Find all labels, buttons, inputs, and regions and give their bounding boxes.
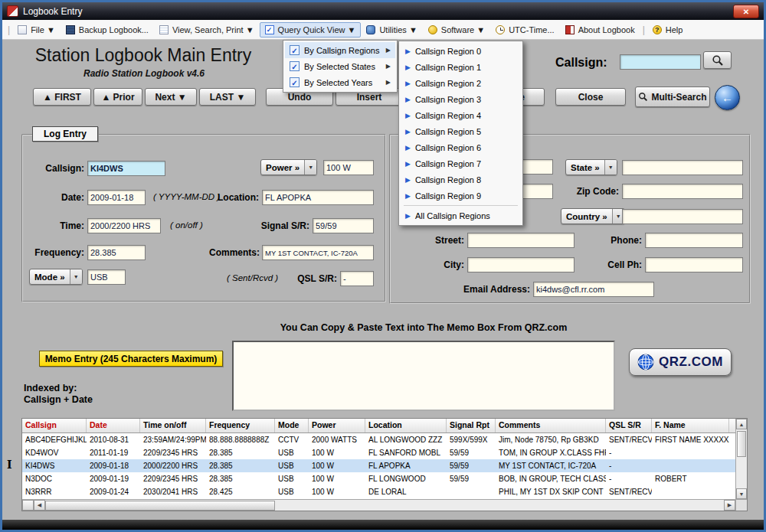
- callsign-search-input[interactable]: [620, 54, 701, 70]
- mode-input[interactable]: [87, 269, 126, 285]
- menubar-item-file[interactable]: File ▼: [12, 22, 61, 38]
- next-record-button[interactable]: Next ▼: [145, 88, 197, 106]
- column-header-location[interactable]: Location: [365, 419, 447, 432]
- submenu-arrow-icon: ▶: [386, 47, 391, 54]
- column-header-power[interactable]: Power: [309, 419, 365, 432]
- close-record-button[interactable]: Close: [555, 88, 626, 106]
- table-row[interactable]: KI4DWS2009-01-182000/2200 HRS28.385USB10…: [22, 459, 747, 472]
- submenu-item-callsign-region-0[interactable]: ▶Callsign Region 0: [401, 43, 521, 59]
- play-icon: ▶: [405, 80, 411, 87]
- submenu-item-callsign-region-5[interactable]: ▶Callsign Region 5: [401, 123, 521, 139]
- callsign-input[interactable]: [87, 161, 165, 176]
- column-header-mode[interactable]: Mode: [275, 419, 309, 432]
- signal-input[interactable]: [313, 218, 374, 233]
- column-header-date[interactable]: Date: [87, 419, 140, 432]
- location-input[interactable]: [262, 190, 374, 205]
- page-title: Station Logbook Main Entry: [30, 45, 257, 66]
- state-input[interactable]: [622, 160, 743, 175]
- memo-input[interactable]: [232, 341, 615, 411]
- comments-input[interactable]: [262, 245, 374, 260]
- time-input[interactable]: [87, 218, 161, 233]
- callsign-search-button[interactable]: [703, 51, 732, 69]
- column-header-qsl-s-r[interactable]: QSL S/R: [606, 419, 652, 432]
- submenu-item-callsign-region-1[interactable]: ▶Callsign Region 1: [401, 59, 521, 75]
- submenu-item-callsign-region-8[interactable]: ▶Callsign Region 8: [401, 171, 521, 188]
- scroll-up-icon[interactable]: ▲: [736, 419, 747, 429]
- memo-entry-label: Memo Entry (245 Characters Maximum): [39, 351, 223, 367]
- submenu-item-callsign-region-2[interactable]: ▶Callsign Region 2: [401, 75, 521, 91]
- city-input[interactable]: [467, 257, 574, 273]
- close-window-button[interactable]: ✕: [733, 5, 759, 18]
- time-hint: ( on/off ): [170, 220, 203, 230]
- menubar-item-software[interactable]: Software ▼: [423, 22, 490, 38]
- menubar-item-about-logbook[interactable]: About Logbook: [560, 22, 640, 38]
- table-row[interactable]: ABC4DEFGHIJKL2010-08-3123:59AM/24:99PM88…: [22, 433, 747, 446]
- horizontal-scrollbar[interactable]: ◀ ▶: [22, 499, 735, 511]
- table-row[interactable]: KD4WOV2011-01-192209/2345 HRS28.385USB10…: [22, 446, 747, 459]
- menubar-item-utilities[interactable]: Utilities ▼: [361, 22, 422, 38]
- country-dropdown[interactable]: Country » ▼: [561, 208, 625, 224]
- scroll-down-icon[interactable]: ▼: [736, 488, 747, 499]
- scroll-right-icon[interactable]: ▶: [724, 500, 735, 511]
- scroll-left-icon[interactable]: ◀: [34, 500, 45, 511]
- submenu-item-callsign-region-9[interactable]: ▶Callsign Region 9: [401, 188, 521, 204]
- query-menu-item-by-selected-years[interactable]: ✓By Selected Years▶: [285, 74, 395, 90]
- street-input[interactable]: [467, 233, 574, 248]
- city-label: City:: [412, 259, 464, 270]
- back-button[interactable]: ←: [715, 85, 740, 110]
- submenu-item-all-callsign-regions[interactable]: ▶All Callsign Regions: [401, 207, 521, 224]
- column-header-frequency[interactable]: Frequency: [206, 419, 275, 432]
- query-menu-item-by-selected-states[interactable]: ✓By Selected States▶: [285, 58, 395, 74]
- query-menu-item-by-callsign-regions[interactable]: ✓By Callsign Regions▶: [285, 42, 395, 58]
- prior-record-button[interactable]: ▲ Prior: [93, 88, 142, 106]
- qrz-button[interactable]: QRZ.COM: [629, 348, 732, 376]
- menubar-item-query-quick-view[interactable]: ✓Query Quick View ▼: [260, 22, 362, 38]
- vertical-scroll-thumb[interactable]: [737, 431, 746, 457]
- view-search-print-icon: [159, 25, 169, 34]
- last-record-button[interactable]: LAST ▼: [199, 88, 256, 106]
- table-row[interactable]: N3RRR2009-01-242030/2041 HRS28.425USB100…: [22, 485, 747, 498]
- phone-label: Phone:: [584, 235, 642, 246]
- power-dropdown[interactable]: Power » ▼: [260, 159, 317, 175]
- qsl-label: QSL S/R:: [293, 273, 337, 284]
- state-dropdown[interactable]: State » ▼: [565, 159, 617, 175]
- column-header-signal-rpt[interactable]: Signal Rpt: [447, 419, 496, 432]
- phone-input[interactable]: [645, 233, 743, 248]
- submenu-item-callsign-region-3[interactable]: ▶Callsign Region 3: [401, 91, 521, 107]
- log-entry-group-label: Log Entry: [32, 126, 98, 142]
- vertical-scrollbar[interactable]: ▲ ▼: [735, 419, 747, 499]
- menubar-item-help[interactable]: ?Help: [647, 22, 689, 38]
- horizontal-scroll-thumb[interactable]: [45, 501, 275, 511]
- country-dropdown-label: Country »: [561, 209, 612, 224]
- callsign-search-label: Callsign:: [555, 56, 607, 70]
- email-input[interactable]: [533, 282, 654, 297]
- date-input[interactable]: [87, 190, 146, 205]
- column-header-callsign[interactable]: Callsign: [22, 419, 87, 432]
- power-input[interactable]: [323, 160, 374, 175]
- column-header-comments[interactable]: Comments: [496, 419, 606, 432]
- mode-dropdown[interactable]: Mode » ▼: [29, 269, 83, 285]
- cell-phone-input[interactable]: [645, 257, 743, 273]
- qsl-input[interactable]: [340, 271, 374, 286]
- zip-code-input[interactable]: [622, 184, 743, 199]
- log-table: CallsignDateTime on/offFrequencyModePowe…: [21, 418, 748, 511]
- country-input[interactable]: [622, 209, 743, 224]
- table-row[interactable]: N3DOC2009-01-192209/2345 HRS28.385USB100…: [22, 472, 747, 485]
- submenu-item-callsign-region-4[interactable]: ▶Callsign Region 4: [401, 107, 521, 123]
- software-icon: [428, 25, 437, 34]
- callsign-label: Callsign:: [28, 163, 84, 174]
- titlebar[interactable]: Logbook Entry ✕: [2, 2, 764, 20]
- column-header-f-name[interactable]: F. Name: [652, 419, 729, 432]
- column-header-time-on-off[interactable]: Time on/off: [140, 419, 206, 432]
- menubar-item-utc-time[interactable]: UTC-Time...: [490, 22, 559, 38]
- submenu-item-callsign-region-6[interactable]: ▶Callsign Region 6: [401, 139, 521, 155]
- multi-search-button[interactable]: Multi-Search: [635, 86, 710, 107]
- text-cursor: I: [7, 459, 12, 471]
- play-icon: ▶: [405, 112, 411, 119]
- submenu-item-callsign-region-7[interactable]: ▶Callsign Region 7: [401, 155, 521, 171]
- first-record-button[interactable]: ▲ FIRST: [33, 88, 91, 106]
- clock-icon: [496, 25, 505, 34]
- frequency-input[interactable]: [87, 245, 146, 260]
- menubar-item-view-search-print[interactable]: View, Search, Print ▼: [154, 22, 260, 38]
- menubar-item-backup-logbook[interactable]: Backup Logbook...: [61, 22, 154, 38]
